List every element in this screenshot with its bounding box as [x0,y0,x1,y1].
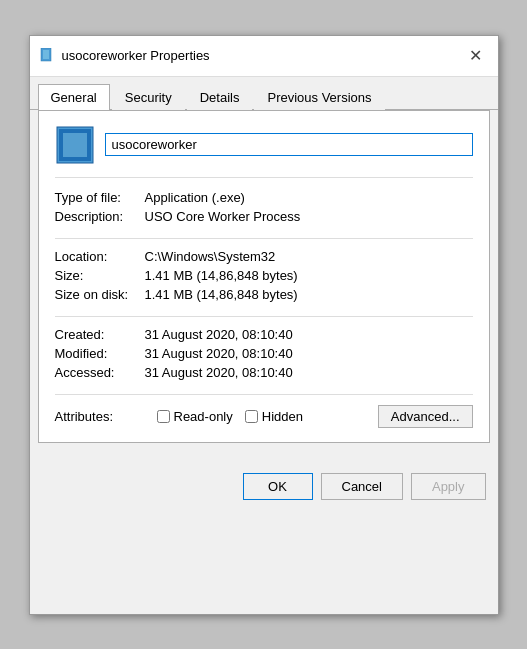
attributes-row: Attributes: Read-only Hidden Advanced... [55,405,473,428]
dates-section: Created: 31 August 2020, 08:10:40 Modifi… [55,327,473,395]
tab-general[interactable]: General [38,84,110,110]
size-on-disk-label: Size on disk: [55,287,145,302]
size-row: Size: 1.41 MB (14,86,848 bytes) [55,268,473,283]
location-label: Location: [55,249,145,264]
hidden-label[interactable]: Hidden [262,409,303,424]
svg-rect-2 [43,50,49,59]
modified-row: Modified: 31 August 2020, 08:10:40 [55,346,473,361]
button-bar: OK Cancel Apply [30,463,498,510]
title-icon [40,48,56,64]
size-label: Size: [55,268,145,283]
modified-value: 31 August 2020, 08:10:40 [145,346,293,361]
hidden-checkbox[interactable] [245,410,258,423]
tab-content: Type of file: Application (.exe) Descrip… [38,110,490,443]
spacer [30,443,498,463]
dialog-title: usocoreworker Properties [62,48,210,63]
file-header [55,125,473,178]
advanced-button[interactable]: Advanced... [378,405,473,428]
readonly-label[interactable]: Read-only [174,409,233,424]
type-value: Application (.exe) [145,190,245,205]
svg-rect-5 [63,133,87,157]
accessed-label: Accessed: [55,365,145,380]
close-button[interactable]: ✕ [464,44,488,68]
tab-previous-versions[interactable]: Previous Versions [254,84,384,110]
tab-bar: General Security Details Previous Versio… [30,77,498,110]
title-bar: usocoreworker Properties ✕ [30,36,498,77]
attributes-label: Attributes: [55,409,145,424]
accessed-row: Accessed: 31 August 2020, 08:10:40 [55,365,473,380]
hidden-checkbox-group: Hidden [245,409,303,424]
description-row: Description: USO Core Worker Process [55,209,473,224]
size-on-disk-row: Size on disk: 1.41 MB (14,86,848 bytes) [55,287,473,302]
cancel-button[interactable]: Cancel [321,473,403,500]
description-label: Description: [55,209,145,224]
modified-label: Modified: [55,346,145,361]
accessed-value: 31 August 2020, 08:10:40 [145,365,293,380]
readonly-checkbox[interactable] [157,410,170,423]
created-label: Created: [55,327,145,342]
size-on-disk-value: 1.41 MB (14,86,848 bytes) [145,287,298,302]
created-row: Created: 31 August 2020, 08:10:40 [55,327,473,342]
size-value: 1.41 MB (14,86,848 bytes) [145,268,298,283]
title-bar-left: usocoreworker Properties [40,48,210,64]
apply-button[interactable]: Apply [411,473,486,500]
location-value: C:\Windows\System32 [145,249,276,264]
created-value: 31 August 2020, 08:10:40 [145,327,293,342]
tab-details[interactable]: Details [187,84,253,110]
ok-button[interactable]: OK [243,473,313,500]
type-label: Type of file: [55,190,145,205]
readonly-checkbox-group: Read-only [157,409,233,424]
location-row: Location: C:\Windows\System32 [55,249,473,264]
properties-dialog: usocoreworker Properties ✕ General Secur… [29,35,499,615]
file-icon [55,125,95,165]
type-description-section: Type of file: Application (.exe) Descrip… [55,190,473,239]
description-value: USO Core Worker Process [145,209,301,224]
file-name-input[interactable] [105,133,473,156]
tab-security[interactable]: Security [112,84,185,110]
type-row: Type of file: Application (.exe) [55,190,473,205]
size-section: Location: C:\Windows\System32 Size: 1.41… [55,249,473,317]
